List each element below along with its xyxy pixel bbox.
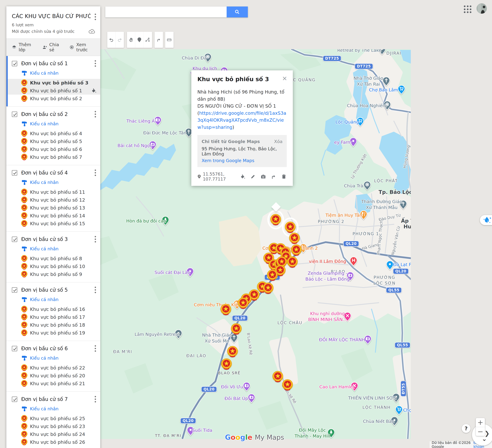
layer-item[interactable]: Khu vực bỏ phiếu số 8	[6, 255, 100, 262]
poi-label[interactable]: Chùa Hoa Nghiêm	[347, 103, 387, 109]
layer-menu-kebab-icon[interactable]	[94, 396, 96, 402]
individual-style-button[interactable]: Kiểu cá nhân	[21, 296, 100, 303]
layer-item[interactable]: Khu vực bỏ phiếu số 24	[6, 430, 100, 438]
poi-label[interactable]: Suối Tida	[192, 428, 212, 433]
layer-title[interactable]: Đơn vị bầu cử số 3	[21, 236, 94, 242]
polling-area-marker[interactable]	[237, 297, 249, 310]
zoom-out-button[interactable]: −	[476, 427, 485, 436]
poi-label[interactable]: ĐỒI MÂY LỘC THÀNH	[319, 337, 365, 343]
directions-icon[interactable]	[271, 174, 277, 179]
poi-label[interactable]: Cơm niêu Thuận Kiều	[194, 302, 241, 308]
polling-area-marker[interactable]	[220, 304, 231, 316]
poi-label[interactable]: Khu nghỉ dưỡngBÌNH MINH SĂN...	[308, 311, 347, 323]
poi-label[interactable]: Chùa Trà	[344, 183, 363, 189]
drive-link[interactable]: https://drive.google.com/file/d/1axS3a3q…	[197, 110, 286, 130]
delete-trash-icon[interactable]	[281, 174, 287, 179]
layer-title[interactable]: Đơn vị bầu cử số 4	[21, 170, 94, 176]
poi-label[interactable]: Lộc Quảng	[336, 119, 359, 125]
poi-label[interactable]: Nhà Thờ GiáoXứ Suối Mơ	[202, 332, 232, 344]
polling-area-marker[interactable]	[289, 232, 300, 245]
delete-details-button[interactable]: Xóa	[274, 139, 283, 144]
layer-checkbox[interactable]	[12, 346, 17, 351]
poi-label[interactable]: Chợ L	[403, 407, 411, 413]
layer-item[interactable]: Khu vực bỏ phiếu số 1	[6, 87, 100, 95]
layer-item[interactable]: Khu vực bỏ phiếu số 25	[6, 415, 100, 422]
layer-item[interactable]: Khu vực bỏ phiếu số 16	[6, 305, 100, 313]
poi-label[interactable]: Đồi Mây LộcThành - May Hill	[295, 427, 330, 439]
individual-style-button[interactable]: Kiểu cá nhân	[21, 405, 100, 412]
polling-area-marker[interactable]	[272, 371, 283, 383]
poi-label[interactable]: Nhà Thờ GiáoXứ Tân Rai	[354, 75, 383, 87]
polling-area-marker[interactable]	[221, 358, 232, 370]
poi-label[interactable]: THIỀN VIỆN LINH SƠN	[348, 395, 397, 401]
layer-item[interactable]: Khu vực bỏ phiếu số 15	[6, 220, 100, 228]
layer-item[interactable]: Khu vực bỏ phiếu số 20	[6, 372, 100, 379]
layer-item[interactable]: Khu vực bỏ phiếu số 9	[6, 270, 100, 278]
individual-style-button[interactable]: Kiểu cá nhân	[21, 354, 100, 362]
poi-label[interactable]: Bãi cát hồ Ngọc	[118, 143, 152, 149]
poi-label[interactable]: Chùa Di Đà	[182, 55, 207, 61]
layer-title[interactable]: Đơn vị bầu cử số 5	[21, 287, 94, 293]
layer-item[interactable]: Khu vực bỏ phiếu số 14	[6, 212, 100, 220]
polling-area-marker[interactable]	[285, 221, 296, 234]
layer-item[interactable]: Khu vực bỏ phiếu số 23	[6, 422, 100, 430]
layer-title[interactable]: Đơn vị bầu cử số 1	[21, 60, 94, 66]
layer-item[interactable]: Khu vực bỏ phiếu số 21	[6, 379, 100, 388]
camera-pin-icon[interactable]	[243, 382, 251, 392]
add-marker-tool[interactable]	[135, 32, 143, 48]
poi-label[interactable]: Thánh Đường GiáoXứ Thánh Mẫu	[361, 199, 402, 210]
individual-style-button[interactable]: Kiểu cá nhân	[21, 120, 100, 128]
poi-label[interactable]: Suối cát Đại Lào	[154, 269, 190, 276]
polling-area-marker[interactable]	[231, 323, 242, 335]
measure-ruler-tool[interactable]	[165, 32, 173, 48]
generic-pin-icon[interactable]	[386, 260, 394, 270]
search-input[interactable]	[105, 7, 227, 17]
layer-item[interactable]: Khu vực bỏ phiếu số 11	[6, 188, 100, 196]
style-paint-icon[interactable]	[240, 174, 246, 179]
poi-label[interactable]: Retreat by The Lake	[337, 49, 381, 53]
poi-label[interactable]: Zenda Glamping -Bảo Lộc - Lâm Đồng	[305, 270, 350, 282]
cart-pin-icon[interactable]	[395, 406, 403, 415]
poi-label[interactable]: Chùa Niết Bàn	[363, 418, 394, 424]
poi-label[interactable]: Tiệm ăn Huy Tân	[326, 212, 362, 218]
zoom-control[interactable]: + −	[476, 418, 485, 436]
poi-label[interactable]: Thác Liêng Ài	[126, 118, 156, 124]
close-icon[interactable]: ✕	[282, 76, 288, 82]
layer-item[interactable]: Khu vực bỏ phiếu số 22	[6, 364, 100, 372]
layer-item[interactable]: Khu vực bỏ phiếu số 2	[6, 95, 100, 102]
poi-label[interactable]: Lâm Nguyên Retreat	[135, 331, 180, 337]
share-button[interactable]: Chia sẻ	[42, 42, 62, 52]
layer-item[interactable]: Khu vực bỏ phiếu số 5	[6, 138, 100, 145]
polling-area-marker[interactable]	[270, 214, 281, 226]
layer-menu-kebab-icon[interactable]	[94, 345, 96, 352]
layer-checkbox[interactable]	[12, 170, 17, 176]
layer-checkbox[interactable]	[12, 287, 17, 293]
individual-style-button[interactable]: Kiểu cá nhân	[21, 245, 100, 252]
polling-area-marker[interactable]	[267, 269, 278, 282]
polling-area-marker[interactable]	[227, 346, 238, 358]
layer-item[interactable]: Khu vực bỏ phiếu số 19	[6, 329, 100, 337]
item-style-paint-icon[interactable]	[91, 88, 97, 94]
layer-item[interactable]: Khu vực bỏ phiếu số 17	[6, 313, 100, 321]
dharma-pin-icon[interactable]	[363, 181, 371, 190]
preview-button[interactable]: Xem trước	[69, 42, 95, 52]
view-in-google-maps-link[interactable]: Xem trong Google Maps	[202, 158, 283, 163]
help-button[interactable]: ?	[462, 424, 471, 433]
individual-style-button[interactable]: Kiểu cá nhân	[21, 70, 100, 77]
layer-item[interactable]: Khu vực bỏ phiếu số 12	[6, 196, 100, 204]
camera-pin-icon[interactable]	[247, 394, 255, 403]
layer-checkbox[interactable]	[12, 111, 17, 117]
undo-button[interactable]	[107, 32, 115, 48]
layer-item[interactable]: Khu vực bỏ phiếu số 13	[6, 204, 100, 212]
layer-title[interactable]: Đơn vị bầu cử số 7	[21, 396, 94, 402]
layer-menu-kebab-icon[interactable]	[94, 236, 96, 242]
search-button[interactable]	[227, 7, 248, 17]
cart-pin-icon[interactable]	[398, 85, 405, 95]
poi-label[interactable]: ey Farm	[334, 139, 352, 145]
church-pin-icon[interactable]	[382, 77, 390, 86]
layer-item[interactable]: Khu vực bỏ phiếu số 10	[6, 262, 100, 270]
poi-label[interactable]: Cao Lan Hamlet	[319, 384, 354, 390]
poi-label[interactable]: Đồi Bát Úp	[225, 396, 248, 401]
layer-item[interactable]: Khu vực bỏ phiếu số 4	[6, 129, 100, 138]
layer-item[interactable]: Khu vực bỏ phiếu số 6	[6, 145, 100, 153]
